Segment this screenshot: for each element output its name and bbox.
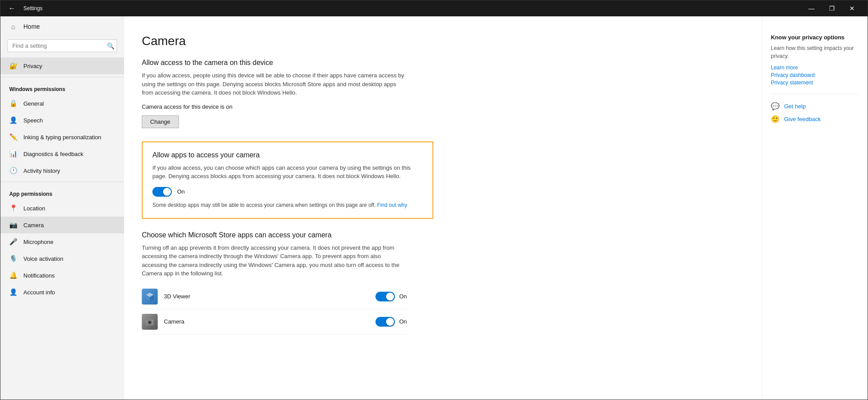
app-icon-3dviewer	[142, 289, 158, 305]
privacy-icon: 🔐	[9, 62, 17, 70]
toggle-slider-3dviewer	[375, 292, 395, 301]
sidebar-camera-label: Camera	[23, 222, 44, 229]
titlebar-controls: — ❐ ✕	[801, 0, 862, 16]
allow-apps-title: Allow apps to access your camera	[152, 151, 423, 159]
learn-more-link[interactable]: Learn more	[771, 65, 859, 71]
sidebar-diagnostics-label: Diagnostics & feedback	[23, 151, 83, 157]
sidebar: ⌂ Home 🔍 🔐 Privacy Windows permissions 🔒…	[0, 16, 124, 400]
close-button[interactable]: ✕	[842, 0, 862, 16]
sidebar-voice-label: Voice activation	[23, 255, 63, 262]
page-title: Camera	[142, 34, 735, 48]
find-out-why-link[interactable]: Find out why	[377, 202, 407, 208]
know-privacy-desc: Learn how this setting impacts your priv…	[771, 44, 859, 60]
speech-icon: 👤	[9, 116, 17, 124]
choose-apps-title: Choose which Microsoft Store apps can ac…	[142, 231, 735, 239]
allow-apps-box: Allow apps to access your camera If you …	[142, 141, 433, 219]
sidebar-activity-label: Activity history	[23, 168, 60, 174]
content-area: ⌂ Home 🔍 🔐 Privacy Windows permissions 🔒…	[0, 16, 868, 400]
toggle-slider	[152, 187, 172, 197]
sidebar-item-location[interactable]: 📍 Location	[0, 200, 124, 217]
search-icon-button[interactable]: 🔍	[107, 42, 114, 50]
toggle-on-label: On	[177, 188, 185, 195]
sidebar-item-speech[interactable]: 👤 Speech	[0, 112, 124, 129]
diagnostics-icon: 📊	[9, 150, 17, 158]
sidebar-notifications-label: Notifications	[23, 272, 55, 279]
notifications-icon: 🔔	[9, 271, 17, 279]
sidebar-item-diagnostics[interactable]: 📊 Diagnostics & feedback	[0, 145, 124, 162]
toggle-slider-camera	[375, 317, 395, 327]
app-row-camera: Camera On	[142, 309, 407, 335]
sidebar-home-label: Home	[23, 23, 40, 30]
general-icon: 🔒	[9, 99, 17, 107]
give-feedback-label[interactable]: Give feedback	[784, 116, 821, 122]
privacy-dashboard-link[interactable]: Privacy dashboard	[771, 72, 859, 78]
sidebar-microphone-label: Microphone	[23, 239, 53, 245]
sidebar-item-notifications[interactable]: 🔔 Notifications	[0, 267, 124, 284]
sidebar-general-label: General	[23, 100, 44, 107]
app-name-camera: Camera	[164, 318, 369, 325]
app-icon-camera	[142, 314, 158, 330]
give-feedback-icon: 🙂	[771, 115, 780, 123]
camera-icon: 📷	[9, 221, 17, 229]
sidebar-item-camera[interactable]: 📷 Camera	[0, 217, 124, 233]
sidebar-search-container: 🔍	[8, 39, 117, 52]
sidebar-item-voice[interactable]: 🎙️ Voice activation	[0, 250, 124, 267]
sidebar-location-label: Location	[23, 205, 45, 212]
get-help-icon: 💬	[771, 102, 780, 110]
choose-apps-section: Choose which Microsoft Store apps can ac…	[142, 231, 735, 335]
app-row-3dviewer: 3D Viewer On	[142, 284, 407, 309]
titlebar-title: Settings	[23, 5, 42, 11]
svg-rect-7	[148, 319, 150, 320]
device-status-text: Camera access for this device is on	[142, 103, 735, 110]
activity-icon: 🕐	[9, 167, 17, 175]
windows-permissions-label: Windows permissions	[0, 80, 124, 95]
account-icon: 👤	[9, 288, 17, 296]
sidebar-divider-2	[0, 182, 124, 182]
app-toggle-area-3dviewer: On	[375, 292, 407, 301]
home-icon: ⌂	[9, 23, 17, 30]
search-input[interactable]	[8, 39, 117, 52]
get-help-action[interactable]: 💬 Get help	[771, 102, 859, 110]
privacy-statement-link[interactable]: Privacy statement	[771, 80, 859, 86]
allow-apps-toggle-row: On	[152, 187, 423, 197]
device-access-desc: If you allow access, people using this d…	[142, 71, 407, 97]
back-button[interactable]: ←	[6, 3, 18, 14]
main-content: Camera Allow access to the camera on thi…	[124, 16, 762, 400]
titlebar: ← Settings — ❐ ✕	[0, 0, 868, 16]
sidebar-item-general[interactable]: 🔒 General	[0, 95, 124, 112]
sidebar-item-privacy[interactable]: 🔐 Privacy	[0, 57, 124, 74]
sidebar-divider-1	[0, 77, 124, 77]
give-feedback-action[interactable]: 🙂 Give feedback	[771, 115, 859, 123]
location-icon: 📍	[9, 204, 17, 212]
sidebar-item-activity[interactable]: 🕐 Activity history	[0, 162, 124, 179]
sidebar-item-inking[interactable]: ✏️ Inking & typing personalization	[0, 129, 124, 145]
sidebar-item-account[interactable]: 👤 Account info	[0, 284, 124, 301]
app-toggle-label-camera: On	[399, 318, 407, 325]
svg-point-6	[149, 321, 151, 324]
app-toggle-3dviewer[interactable]	[375, 292, 395, 301]
device-access-title: Allow access to the camera on this devic…	[142, 59, 735, 67]
change-button[interactable]: Change	[142, 115, 179, 128]
app-permissions-label: App permissions	[0, 185, 124, 200]
allow-apps-toggle[interactable]	[152, 187, 172, 197]
maximize-button[interactable]: ❐	[822, 0, 842, 16]
titlebar-left: ← Settings	[6, 3, 801, 14]
right-panel-divider	[771, 94, 859, 94]
right-panel: Know your privacy options Learn how this…	[762, 16, 868, 400]
app-name-3dviewer: 3D Viewer	[164, 293, 369, 300]
minimize-button[interactable]: —	[801, 0, 822, 16]
sidebar-item-microphone[interactable]: 🎤 Microphone	[0, 233, 124, 250]
svg-point-8	[152, 320, 153, 321]
choose-apps-desc: Turning off an app prevents it from dire…	[142, 244, 407, 278]
inking-icon: ✏️	[9, 133, 17, 141]
microphone-icon: 🎤	[9, 238, 17, 246]
app-toggle-label-3dviewer: On	[399, 293, 407, 300]
sidebar-item-home[interactable]: ⌂ Home	[0, 16, 124, 37]
know-privacy-title: Know your privacy options	[771, 34, 859, 41]
get-help-label[interactable]: Get help	[784, 103, 806, 110]
note-text: Some desktop apps may still be able to a…	[152, 201, 423, 209]
voice-icon: 🎙️	[9, 255, 17, 263]
sidebar-account-label: Account info	[23, 289, 55, 296]
app-toggle-camera[interactable]	[375, 317, 395, 327]
settings-window: ← Settings — ❐ ✕ ⌂ Home 🔍 🔐 Privacy Wi	[0, 0, 868, 400]
